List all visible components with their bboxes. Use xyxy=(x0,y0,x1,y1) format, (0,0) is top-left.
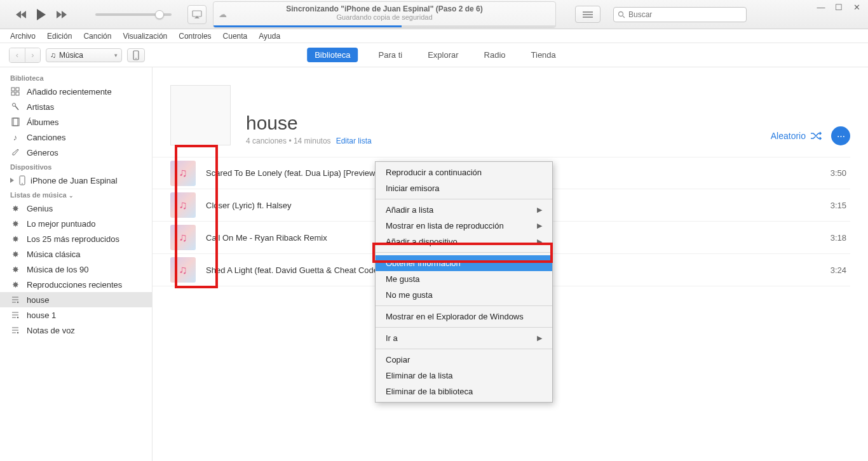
ctx-dislike[interactable]: No me gusta xyxy=(376,287,552,303)
tab-para-ti[interactable]: Para ti xyxy=(374,48,408,62)
sidebar-label: Reproducciones recientes xyxy=(27,280,122,290)
sidebar-label: Música clásica xyxy=(27,250,81,259)
media-kind-select[interactable]: ♫ Música ▾ xyxy=(46,48,122,62)
playlist-actions: Aleatorio ⋯ xyxy=(771,126,850,145)
sidebar-item-top25[interactable]: ✸Los 25 más reproducidos xyxy=(0,231,152,246)
playlist-artwork[interactable] xyxy=(170,85,231,145)
music-note-icon: ♫ xyxy=(179,231,187,244)
tab-tienda[interactable]: Tienda xyxy=(526,48,561,62)
ctx-separator xyxy=(376,199,552,199)
playlist-header: house 4 canciones • 14 minutosEditar lis… xyxy=(153,67,868,157)
svg-point-12 xyxy=(13,104,16,107)
previous-button[interactable] xyxy=(13,6,29,23)
svg-point-25 xyxy=(17,317,19,319)
svg-point-21 xyxy=(17,302,19,304)
search-icon xyxy=(618,11,625,18)
chevron-right-icon: ▶ xyxy=(537,206,542,214)
tab-explorar[interactable]: Explorar xyxy=(423,48,463,62)
sidebar-label: Álbumes xyxy=(27,117,59,127)
maximize-button[interactable]: ☐ xyxy=(831,1,846,13)
svg-rect-11 xyxy=(16,92,19,95)
track-duration: 3:15 xyxy=(812,201,850,210)
history-nav: ‹ › xyxy=(9,48,41,63)
view-tabs: Biblioteca Para ti Explorar Radio Tienda xyxy=(307,48,561,62)
sidebar-label: Canciones xyxy=(27,133,65,142)
volume-slider[interactable] xyxy=(95,13,172,16)
ctx-like[interactable]: Me gusta xyxy=(376,271,552,287)
menu-ayuda[interactable]: Ayuda xyxy=(259,32,280,41)
sidebar-label: Los 25 más reproducidos xyxy=(27,234,119,244)
svg-rect-9 xyxy=(16,88,19,91)
sidebar-item-recently-played[interactable]: ✸Reproducciones recientes xyxy=(0,277,152,292)
sidebar-item-classical[interactable]: ✸Música clásica xyxy=(0,246,152,262)
back-button[interactable]: ‹ xyxy=(10,48,25,62)
music-note-icon: ♫ xyxy=(179,264,187,277)
volume-knob[interactable] xyxy=(155,10,164,19)
edit-playlist-link[interactable]: Editar lista xyxy=(336,137,372,145)
menu-visualizacion[interactable]: Visualización xyxy=(123,32,167,41)
ctx-play-next[interactable]: Reproducir a continuación xyxy=(376,164,552,180)
sidebar-item-90s[interactable]: ✸Música de los 90 xyxy=(0,262,152,277)
sidebar-header-playlists[interactable]: Listas de música ⌄ xyxy=(0,188,152,201)
menubar: Archivo Edición Canción Visualización Co… xyxy=(0,29,868,43)
gear-icon: ✸ xyxy=(10,249,20,259)
sidebar-item-device[interactable]: iPhone de Juan Espinal xyxy=(0,173,152,188)
menu-cuenta[interactable]: Cuenta xyxy=(223,32,248,41)
close-button[interactable]: ✕ xyxy=(849,1,864,13)
ctx-remove-from-library[interactable]: Eliminar de la biblioteca xyxy=(376,384,552,399)
sidebar-item-songs[interactable]: ♪Canciones xyxy=(0,130,152,145)
ctx-remove-from-playlist[interactable]: Eliminar de la lista xyxy=(376,368,552,384)
device-button[interactable] xyxy=(127,48,145,62)
ctx-show-in-explorer[interactable]: Mostrar en el Explorador de Windows xyxy=(376,309,552,324)
search-field[interactable] xyxy=(613,7,747,22)
menu-edicion[interactable]: Edición xyxy=(47,32,72,41)
sidebar-item-voice-memos[interactable]: Notas de voz xyxy=(0,323,152,338)
playback-controls xyxy=(0,5,83,24)
ctx-start-station[interactable]: Iniciar emisora xyxy=(376,180,552,196)
svg-rect-10 xyxy=(11,92,15,95)
more-button[interactable]: ⋯ xyxy=(831,126,850,145)
sidebar-label: Notas de voz xyxy=(27,326,75,335)
shuffle-button[interactable]: Aleatorio xyxy=(771,131,822,141)
sidebar-item-house1[interactable]: house 1 xyxy=(0,307,152,323)
airplay-button[interactable] xyxy=(187,5,207,24)
chevron-down-icon: ⌄ xyxy=(69,192,74,199)
sidebar-item-genres[interactable]: Géneros xyxy=(0,145,152,160)
sidebar-item-house[interactable]: house xyxy=(0,292,152,307)
sidebar-item-genius[interactable]: ✸Genius xyxy=(0,201,152,216)
svg-point-7 xyxy=(135,58,137,59)
play-button[interactable] xyxy=(32,5,51,24)
svg-point-4 xyxy=(619,11,623,16)
up-next-button[interactable] xyxy=(575,6,600,23)
tab-radio[interactable]: Radio xyxy=(479,48,511,62)
sidebar-item-recent[interactable]: Añadido recientemente xyxy=(0,84,152,99)
menu-cancion[interactable]: Canción xyxy=(83,32,111,41)
svg-line-5 xyxy=(623,16,625,18)
menu-controles[interactable]: Controles xyxy=(179,32,211,41)
sidebar-label: Artistas xyxy=(27,102,54,112)
next-button[interactable] xyxy=(53,6,70,23)
sidebar-item-artists[interactable]: Artistas xyxy=(0,99,152,114)
music-icon: ♫ xyxy=(50,51,56,60)
tab-biblioteca[interactable]: Biblioteca xyxy=(307,48,358,62)
sidebar-label: Géneros xyxy=(27,148,58,157)
search-input[interactable] xyxy=(628,10,742,19)
sidebar-item-albums[interactable]: Álbumes xyxy=(0,114,152,130)
context-menu: Reproducir a continuación Iniciar emisor… xyxy=(375,161,553,403)
ctx-add-to-playlist[interactable]: Añadir a lista▶ xyxy=(376,202,552,218)
gear-icon: ✸ xyxy=(10,264,20,274)
ctx-go-to[interactable]: Ir a▶ xyxy=(376,330,552,346)
disclosure-icon[interactable] xyxy=(10,178,14,183)
sidebar-item-top-rated[interactable]: ✸Lo mejor puntuado xyxy=(0,216,152,231)
ctx-copy[interactable]: Copiar xyxy=(376,352,552,368)
forward-button[interactable]: › xyxy=(25,48,40,62)
menu-archivo[interactable]: Archivo xyxy=(10,32,36,41)
ctx-show-in-playlist[interactable]: Mostrar en lista de reproducción▶ xyxy=(376,218,552,234)
ctx-add-to-device[interactable]: Añadir a dispositivo▶ xyxy=(376,234,552,250)
ctx-get-info[interactable]: Obtener información xyxy=(376,255,552,271)
sidebar-header-devices: Dispositivos xyxy=(0,160,152,173)
track-artwork: ♫ xyxy=(170,192,196,218)
sidebar-label: Añadido recientemente xyxy=(27,87,112,97)
track-artwork: ♫ xyxy=(170,225,196,250)
minimize-button[interactable]: — xyxy=(813,1,829,13)
